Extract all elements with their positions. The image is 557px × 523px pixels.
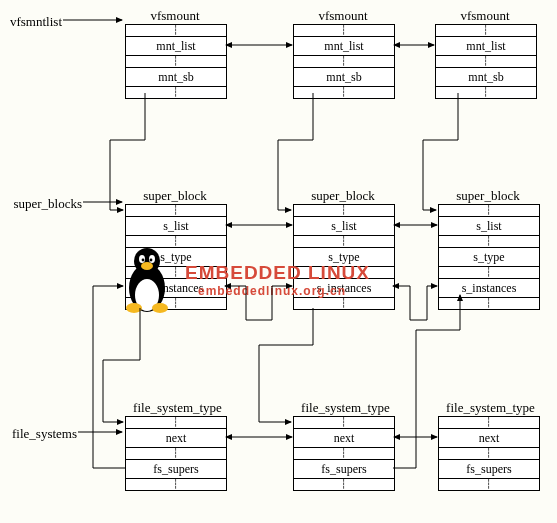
svg-point-8 [126, 303, 142, 313]
dots: ┆ [439, 478, 539, 490]
struct-vfsmount-1: ┆ mnt_list ┆ mnt_sb ┆ [125, 24, 227, 99]
dots: ┆ [439, 447, 539, 459]
dots: ┆ [294, 478, 394, 490]
field-mnt-sb: mnt_sb [126, 67, 226, 86]
dots: ┆ [294, 25, 394, 36]
field-mnt-list: mnt_list [126, 36, 226, 55]
struct-fstype-3: ┆ next ┆ fs_supers ┆ [438, 416, 540, 491]
title-superblock-1: super_block [125, 188, 225, 204]
dots: ┆ [294, 447, 394, 459]
field-s-type: s_type [439, 247, 539, 266]
dots: ┆ [436, 86, 536, 98]
tux-icon [120, 245, 175, 315]
svg-point-5 [142, 259, 145, 262]
field-mnt-sb: mnt_sb [436, 67, 536, 86]
label-super-blocks: super_blocks [2, 196, 82, 212]
dots: ┆ [439, 235, 539, 247]
field-s-list: s_list [439, 216, 539, 235]
title-superblock-2: super_block [293, 188, 393, 204]
field-next: next [439, 428, 539, 447]
dots: ┆ [126, 205, 226, 216]
svg-point-4 [149, 255, 155, 263]
dots: ┆ [439, 205, 539, 216]
label-file-systems: file_systems [2, 426, 77, 442]
title-fstype-2: file_system_type [293, 400, 398, 416]
dots: ┆ [126, 86, 226, 98]
title-fstype-3: file_system_type [438, 400, 543, 416]
struct-superblock-2: ┆ s_list ┆ s_type ┆ s_instances ┆ [293, 204, 395, 310]
dots: ┆ [126, 478, 226, 490]
struct-fstype-2: ┆ next ┆ fs_supers ┆ [293, 416, 395, 491]
field-s-list: s_list [126, 216, 226, 235]
field-next: next [126, 428, 226, 447]
label-vfsmntlist: vfsmntlist [2, 14, 62, 30]
dots: ┆ [436, 55, 536, 67]
title-vfsmount-2: vfsmount [293, 8, 393, 24]
dots: ┆ [439, 266, 539, 278]
field-mnt-list: mnt_list [294, 36, 394, 55]
field-next: next [294, 428, 394, 447]
field-fs-supers: fs_supers [126, 459, 226, 478]
struct-vfsmount-3: ┆ mnt_list ┆ mnt_sb ┆ [435, 24, 537, 99]
dots: ┆ [294, 86, 394, 98]
field-s-instances: s_instances [294, 278, 394, 297]
dots: ┆ [126, 25, 226, 36]
title-superblock-3: super_block [438, 188, 538, 204]
field-s-list: s_list [294, 216, 394, 235]
svg-point-2 [134, 248, 160, 274]
svg-point-6 [150, 259, 153, 262]
dots: ┆ [294, 297, 394, 309]
dots: ┆ [126, 55, 226, 67]
dots: ┆ [294, 266, 394, 278]
struct-fstype-1: ┆ next ┆ fs_supers ┆ [125, 416, 227, 491]
field-s-type: s_type [294, 247, 394, 266]
svg-point-3 [139, 255, 145, 263]
dots: ┆ [126, 417, 226, 428]
field-fs-supers: fs_supers [439, 459, 539, 478]
title-fstype-1: file_system_type [125, 400, 230, 416]
title-vfsmount-1: vfsmount [125, 8, 225, 24]
dots: ┆ [126, 447, 226, 459]
field-mnt-list: mnt_list [436, 36, 536, 55]
field-fs-supers: fs_supers [294, 459, 394, 478]
dots: ┆ [439, 297, 539, 309]
dots: ┆ [294, 55, 394, 67]
svg-point-9 [152, 303, 168, 313]
dots: ┆ [436, 25, 536, 36]
dots: ┆ [294, 235, 394, 247]
dots: ┆ [294, 205, 394, 216]
title-vfsmount-3: vfsmount [435, 8, 535, 24]
dots: ┆ [439, 417, 539, 428]
struct-vfsmount-2: ┆ mnt_list ┆ mnt_sb ┆ [293, 24, 395, 99]
field-s-instances: s_instances [439, 278, 539, 297]
svg-point-7 [141, 262, 153, 270]
field-mnt-sb: mnt_sb [294, 67, 394, 86]
struct-superblock-3: ┆ s_list ┆ s_type ┆ s_instances ┆ [438, 204, 540, 310]
dots: ┆ [294, 417, 394, 428]
